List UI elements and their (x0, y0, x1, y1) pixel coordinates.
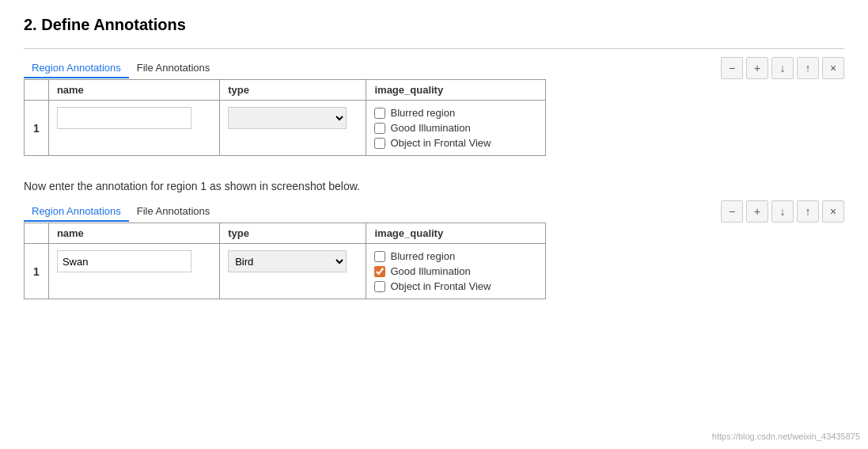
col-index-2 (25, 223, 49, 244)
checkbox-frontal-input-2[interactable] (374, 281, 385, 292)
checkbox-group-2: Blurred region Good Illumination Object … (374, 250, 537, 292)
tabs-row-2: Region Annotations File Annotations − + … (24, 200, 844, 223)
annotation-table-2: name type image_quality 1 Bird (24, 223, 546, 299)
checkbox-blurred-1[interactable]: Blurred region (374, 107, 537, 119)
col-type-header-2: type (220, 223, 366, 244)
tab-region-annotations-2[interactable]: Region Annotations (24, 202, 129, 222)
row-number-1: 1 (25, 101, 49, 156)
minus-button-1[interactable]: − (721, 57, 743, 79)
name-input-1[interactable] (57, 107, 191, 129)
plus-button-1[interactable]: + (746, 57, 768, 79)
instruction-text: Now enter the annotation for region 1 as… (24, 180, 844, 192)
tabs-1: Region Annotations File Annotations (24, 59, 218, 78)
checkbox-frontal-label-1: Object in Frontal View (390, 137, 491, 149)
up-button-2[interactable]: ↑ (797, 200, 819, 223)
col-index-1 (25, 80, 49, 101)
col-name-header-1: name (48, 80, 219, 101)
checkbox-illumination-2[interactable]: Good Illumination (374, 265, 537, 277)
table-row: 1 Bird Blurred region (25, 244, 546, 299)
checkbox-frontal-1[interactable]: Object in Frontal View (374, 137, 537, 149)
checkbox-blurred-2[interactable]: Blurred region (374, 250, 537, 262)
name-cell-2 (48, 244, 219, 299)
up-button-1[interactable]: ↑ (797, 57, 819, 79)
checkbox-illumination-input-1[interactable] (374, 123, 385, 134)
table-row: 1 Blurred region (25, 101, 546, 156)
minus-button-2[interactable]: − (721, 200, 743, 223)
col-type-header-1: type (220, 80, 366, 101)
type-select-1[interactable] (228, 107, 347, 129)
name-cell-1 (48, 101, 219, 156)
col-quality-header-2: image_quality (366, 223, 546, 244)
quality-cell-2: Blurred region Good Illumination Object … (366, 244, 546, 299)
down-button-1[interactable]: ↓ (771, 57, 794, 79)
type-select-2[interactable]: Bird (228, 250, 347, 272)
checkbox-blurred-input-1[interactable] (374, 108, 385, 119)
col-name-header-2: name (48, 223, 219, 244)
row-number-2: 1 (25, 244, 49, 299)
down-button-2[interactable]: ↓ (771, 200, 794, 223)
tabs-row-1: Region Annotations File Annotations − + … (24, 57, 844, 79)
type-cell-1 (220, 101, 366, 156)
watermark: https://blog.csdn.net/weixin_43435875 (712, 432, 860, 441)
name-input-2[interactable] (57, 250, 191, 272)
plus-button-2[interactable]: + (746, 200, 768, 223)
tab-region-annotations-1[interactable]: Region Annotations (24, 59, 129, 78)
section-1: Region Annotations File Annotations − + … (24, 57, 844, 156)
toolbar-2: − + ↓ ↑ × (721, 200, 844, 223)
close-button-1[interactable]: × (822, 57, 844, 79)
col-quality-header-1: image_quality (366, 80, 546, 101)
section-2: Region Annotations File Annotations − + … (24, 200, 844, 299)
checkbox-frontal-input-1[interactable] (374, 138, 385, 149)
checkbox-group-1: Blurred region Good Illumination Object … (374, 107, 537, 149)
annotation-table-1: name type image_quality 1 (24, 79, 546, 156)
checkbox-frontal-label-2: Object in Frontal View (390, 280, 491, 292)
toolbar-1: − + ↓ ↑ × (721, 57, 844, 79)
close-button-2[interactable]: × (822, 200, 844, 223)
checkbox-illumination-1[interactable]: Good Illumination (374, 122, 537, 134)
checkbox-illumination-input-2[interactable] (374, 266, 385, 277)
page-title: 2. Define Annotations (24, 16, 844, 34)
tab-file-annotations-2[interactable]: File Annotations (129, 202, 218, 222)
tabs-2: Region Annotations File Annotations (24, 202, 218, 222)
checkbox-blurred-input-2[interactable] (374, 251, 385, 262)
tab-file-annotations-1[interactable]: File Annotations (129, 59, 218, 78)
type-cell-2: Bird (220, 244, 366, 299)
checkbox-blurred-label-1: Blurred region (390, 107, 455, 119)
checkbox-blurred-label-2: Blurred region (390, 250, 455, 262)
checkbox-illumination-label-2: Good Illumination (390, 265, 470, 277)
checkbox-frontal-2[interactable]: Object in Frontal View (374, 280, 537, 292)
checkbox-illumination-label-1: Good Illumination (390, 122, 470, 134)
quality-cell-1: Blurred region Good Illumination Object … (366, 101, 546, 156)
